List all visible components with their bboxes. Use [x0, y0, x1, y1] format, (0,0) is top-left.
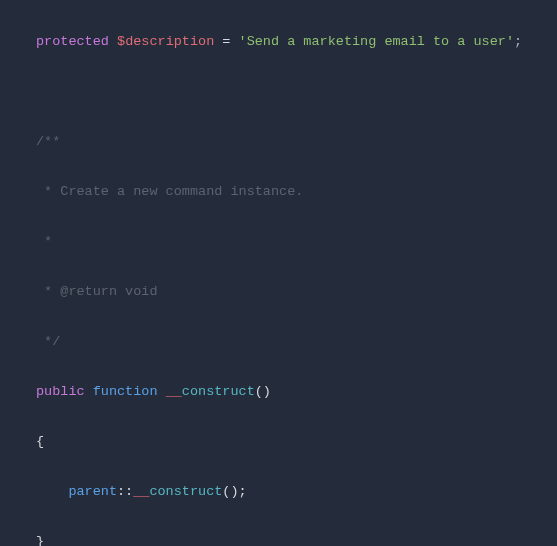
blank-line	[0, 79, 557, 104]
keyword-public: public	[36, 384, 85, 399]
code-line: }	[0, 529, 557, 546]
docblock-close: */	[36, 334, 60, 349]
variable-description: $description	[117, 34, 214, 49]
method-construct: construct	[182, 384, 255, 399]
comment-line: * @return void	[0, 279, 557, 304]
parens: ()	[255, 384, 271, 399]
comment-line: * Create a new command instance.	[0, 179, 557, 204]
docblock-open: /**	[36, 134, 60, 149]
keyword-parent: parent	[68, 484, 117, 499]
string-literal: 'Send a marketing email to a user'	[239, 34, 514, 49]
scope-resolution: ::	[117, 484, 133, 499]
comment-line: */	[0, 329, 557, 354]
keyword-function: function	[93, 384, 158, 399]
code-block: protected $description = 'Send a marketi…	[0, 4, 557, 546]
docblock-text: * Create a new command instance.	[36, 184, 303, 199]
operator-equals: =	[214, 34, 238, 49]
docblock-return: * @return void	[36, 284, 158, 299]
method-construct-call: construct	[149, 484, 222, 499]
parens-semi: ();	[222, 484, 246, 499]
code-line: protected $description = 'Send a marketi…	[0, 29, 557, 54]
code-line: {	[0, 429, 557, 454]
underscore: __	[133, 484, 149, 499]
code-line: parent::__construct();	[0, 479, 557, 504]
code-line: public function __construct()	[0, 379, 557, 404]
comment-line: /**	[0, 129, 557, 154]
semicolon: ;	[514, 34, 522, 49]
keyword-protected: protected	[36, 34, 109, 49]
brace-close: }	[36, 534, 44, 546]
comment-line: *	[0, 229, 557, 254]
docblock-text: *	[36, 234, 52, 249]
brace-open: {	[36, 434, 44, 449]
underscore: __	[166, 384, 182, 399]
